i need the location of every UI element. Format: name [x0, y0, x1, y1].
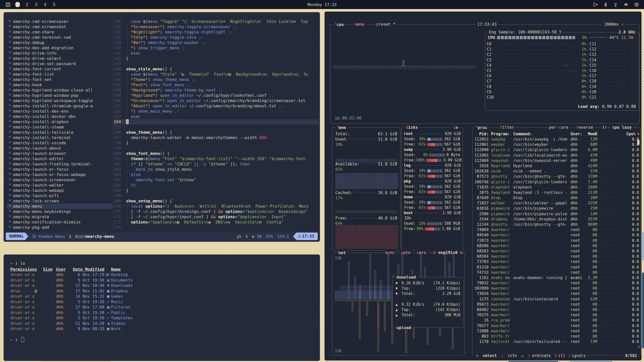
process-row[interactable]: 68583 kworker/ root 0B 0.0: [472, 249, 640, 254]
file-item[interactable]: * omarchy-font-list: [7, 72, 112, 77]
file-item[interactable]: * omarchy-hyprland-window-pop: [7, 93, 112, 98]
process-row[interactable]: 1170 tailscal /usr/sbin/tailscaled -- ro…: [472, 339, 640, 344]
process-row[interactable]: 71837 walker /usr/bin/walker --gappl dhh…: [472, 201, 640, 206]
file-item[interactable]: * omarchy-launch-wifi: [7, 193, 112, 198]
file-item[interactable]: * omarchy-install-docker-dbs: [7, 114, 112, 119]
file-item[interactable]: * omarchy-migrate: [7, 214, 112, 219]
process-row[interactable]: 87573 ghostty /usr/bin/ghostty --gtk- dh…: [472, 174, 640, 179]
process-row[interactable]: 2075 Xwayland Xwayland :1 -rootless - dh…: [472, 190, 640, 195]
file-item[interactable]: * omarchy-font-current: [7, 66, 112, 72]
refresh-interval[interactable]: - 2000ms +: [598, 22, 625, 27]
process-row[interactable]: 87649 btop btop dhh 26M 0.0: [472, 195, 640, 201]
file-item[interactable]: * omarchy-launch-editor: [7, 156, 112, 161]
process-row[interactable]: 2506 pipewire /usr/bin/pipewire-pulse dh…: [472, 211, 640, 217]
process-row[interactable]: 112090 glycin-i /usr/lib/glycin-loaders …: [472, 147, 640, 153]
file-item[interactable]: * omarchy-cmd-screenshot: [7, 24, 112, 29]
process-row[interactable]: 68584 kworker/ root 0B 0.0: [472, 254, 640, 259]
process-row[interactable]: 68586 kworker/ root 0B 0.0: [472, 243, 640, 249]
file-item[interactable]: * omarchy-cmd-screensaver: [7, 19, 112, 24]
file-item[interactable]: * omarchy-menu: [7, 204, 112, 209]
proc-box-title[interactable]: 4proc: [475, 125, 488, 130]
file-item[interactable]: * omarchy-launch-screensaver: [7, 177, 112, 183]
process-row[interactable]: 112052 swaybg /usr/bin/swaybg -i /hom dh…: [472, 137, 640, 142]
disks-box-title[interactable]: disks: [405, 125, 419, 130]
process-row[interactable]: 71835 elephant elephant dhh 390M 0.0: [472, 185, 640, 190]
proc-header[interactable]: Pid: Program: Command: User: MemB Cpu% ↑: [472, 131, 640, 137]
file-item[interactable]: * omarchy-notification-dismiss: [7, 219, 112, 225]
process-row[interactable]: 73703 kworker/ root 0B 0.0: [472, 259, 640, 264]
process-row[interactable]: 76575 kworker/ root 0B 0.0: [472, 312, 640, 318]
process-row[interactable]: 102638 nvim nvim --embed . dhh 57M 0.0: [472, 169, 640, 174]
file-item[interactable]: * omarchy-hyprland-window-close-all: [7, 87, 112, 93]
proc-sort-nav[interactable]: ← cpu lazy →: [606, 125, 637, 130]
file-item[interactable]: * omarchy-launch-about: [7, 146, 112, 151]
file-item[interactable]: * omarchy-install-terminal: [7, 135, 112, 140]
process-row[interactable]: 106746 glycin-i /usr/lib/glycin-loaders …: [472, 179, 640, 185]
file-item[interactable]: * omarchy-launch-floating-terminal-: [7, 161, 112, 167]
process-row[interactable]: 803 btrfs-tr root 0B 0.0: [472, 334, 640, 339]
process-row[interactable]: 73656 kworker/ root 0B 0.0: [472, 291, 640, 296]
process-row[interactable]: 63816 pipewire /usr/bin/pipewire dhh 25M…: [472, 206, 640, 211]
process-row[interactable]: 1162 avahi-da avahi-daemon: running [ av…: [472, 275, 640, 281]
process-row[interactable]: 1275 containe /usr/bin/containerd root 5…: [472, 297, 640, 302]
file-item[interactable]: * omarchy-drive-select: [7, 56, 112, 61]
file-item[interactable]: * omarchy-font-set: [7, 77, 112, 82]
process-row[interactable]: 74733 kworker/ root 0B 0.0: [472, 270, 640, 275]
pane-separator[interactable]: [113, 14, 113, 230]
process-row[interactable]: 94540 kworker/ root 0B 0.0: [472, 233, 640, 238]
file-item[interactable]: * omarchy-hyprland-workspace-toggle: [7, 98, 112, 103]
proc-filter[interactable]: filter: [499, 125, 515, 130]
clock[interactable]: Monday 17:33: [0, 2, 644, 7]
process-row[interactable]: 68402 kworker/ root 0B 0.0: [472, 307, 640, 312]
process-row[interactable]: 102099 kworker/ root 0B 0.0: [472, 286, 640, 291]
file-item[interactable]: * omarchy-launch-webapp: [7, 188, 112, 193]
mem-box-title[interactable]: 2mem: [336, 125, 347, 130]
process-row[interactable]: 81310 kworker/ root 0B 0.0: [472, 265, 640, 270]
process-row[interactable]: 1916 Hyprland Hyprland dhh 424M 0.0: [472, 163, 640, 169]
process-row[interactable]: 72073 kworker/ root 0B 0.0: [472, 238, 640, 243]
file-item[interactable]: * omarchy-debug: [7, 40, 112, 45]
process-row[interactable]: 111965 localsea /usr/lib/localsearch-ex …: [472, 153, 640, 158]
file-item[interactable]: * omarchy-install-tailscale: [7, 130, 112, 135]
proc-reverse-toggle[interactable]: reverse: [575, 125, 594, 130]
file-item[interactable]: * omarchy-cmd-share: [7, 29, 112, 35]
code-editor[interactable]: 135 case $(menu "Toggle" "▢ Screensaver\…: [113, 19, 319, 230]
terminal-window[interactable]: ~ ❯ ls Permissions Size User Date Modifi…: [4, 254, 320, 361]
select-hint[interactable]: ↑ select ↓: [474, 353, 505, 358]
process-list[interactable]: 112052 swaybg /usr/bin/swaybg -i /hom dh…: [472, 137, 640, 344]
terminal-cursor[interactable]: [21, 337, 24, 342]
file-item[interactable]: * omarchy-install-dev-env: [7, 109, 112, 114]
process-row[interactable]: 72088 kworker/ root 0B 0.0: [472, 329, 640, 334]
io-toggle[interactable]: io: [452, 125, 459, 130]
cpu-box-title[interactable]: 1cpu: [334, 22, 345, 27]
file-item[interactable]: * omarchy-install-steam: [7, 124, 112, 130]
file-item[interactable]: * omarchy-dev-add-migration: [7, 45, 112, 51]
process-row[interactable]: 112061 waybar /usr/bin/waybar dhh 68M 0.…: [472, 142, 640, 147]
proc-percore-toggle[interactable]: per-core: [548, 125, 569, 130]
process-row[interactable]: 16 rcu_pree root 0B 0.0: [472, 318, 640, 323]
process-row[interactable]: 95673 kworker/ root 0B 0.0: [472, 302, 640, 307]
file-item[interactable]: * omarchy-menu-keybindings: [7, 209, 112, 214]
preset-button[interactable]: preset *: [375, 22, 396, 27]
proc-scrollbar-thumb[interactable]: [637, 140, 639, 145]
process-row[interactable]: 79032 kworker/ root 0B 0.0: [472, 281, 640, 286]
terminate-hint[interactable]: terminate: [526, 353, 553, 358]
file-item[interactable]: * omarchy-launch-or-focus: [7, 167, 112, 172]
file-item[interactable]: * omarchy-launch-browser: [7, 151, 112, 156]
scroll-down-indicator[interactable]: ↓: [637, 344, 640, 349]
menu-button[interactable]: menu: [353, 22, 365, 27]
process-row[interactable]: 76577 kworker/ root 0B 0.0: [472, 323, 640, 329]
file-item[interactable]: * omarchy-pkg-add: [7, 225, 112, 230]
file-item[interactable]: * omarchy-launch-walker: [7, 183, 112, 188]
process-row[interactable]: 12244 ghostty /usr/bin/ghostty --gtk- dh…: [472, 222, 640, 227]
file-item[interactable]: * omarchy-cmd-terminal-cwd: [7, 35, 112, 40]
process-row[interactable]: 2544 dropbox /home/dhh/.dropbox-dist dhh…: [472, 217, 640, 222]
file-item[interactable]: * omarchy-install-vscode: [7, 140, 112, 146]
file-item[interactable]: * omarchy-install-chromium-google-a: [7, 103, 112, 109]
file-item[interactable]: * omarchy-hook: [7, 82, 112, 87]
file-item[interactable]: * omarchy-launch-or-focus-webapp: [7, 172, 112, 177]
file-item[interactable]: * omarchy-lock-screen: [7, 198, 112, 204]
process-row[interactable]: 112069 swayosd- /usr/bin/swayosd-server …: [472, 158, 640, 163]
file-item[interactable]: * omarchy-drive-info: [7, 51, 112, 56]
file-item[interactable]: * omarchy-drive-set-password: [7, 61, 112, 66]
